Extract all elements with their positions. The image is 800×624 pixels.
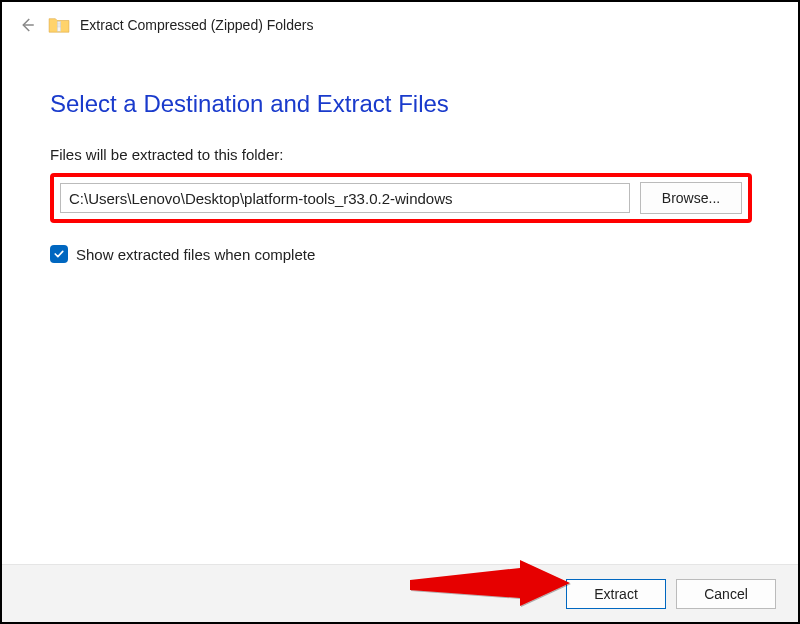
window-title: Extract Compressed (Zipped) Folders: [80, 17, 313, 33]
footer-bar: Extract Cancel: [2, 564, 798, 622]
show-files-checkbox-label: Show extracted files when complete: [76, 246, 315, 263]
svg-rect-0: [57, 21, 61, 31]
content-area: Select a Destination and Extract Files F…: [2, 44, 798, 263]
title-bar: Extract Compressed (Zipped) Folders: [2, 2, 798, 44]
show-files-checkbox-row: Show extracted files when complete: [50, 245, 754, 263]
zip-folder-icon: [48, 16, 70, 34]
destination-label: Files will be extracted to this folder:: [50, 146, 754, 163]
back-arrow-icon[interactable]: [16, 14, 38, 36]
destination-path-input[interactable]: [60, 183, 630, 213]
browse-button[interactable]: Browse...: [640, 182, 742, 214]
extract-button[interactable]: Extract: [566, 579, 666, 609]
destination-row-highlight: Browse...: [50, 173, 752, 223]
page-heading: Select a Destination and Extract Files: [50, 90, 754, 118]
cancel-button[interactable]: Cancel: [676, 579, 776, 609]
show-files-checkbox[interactable]: [50, 245, 68, 263]
